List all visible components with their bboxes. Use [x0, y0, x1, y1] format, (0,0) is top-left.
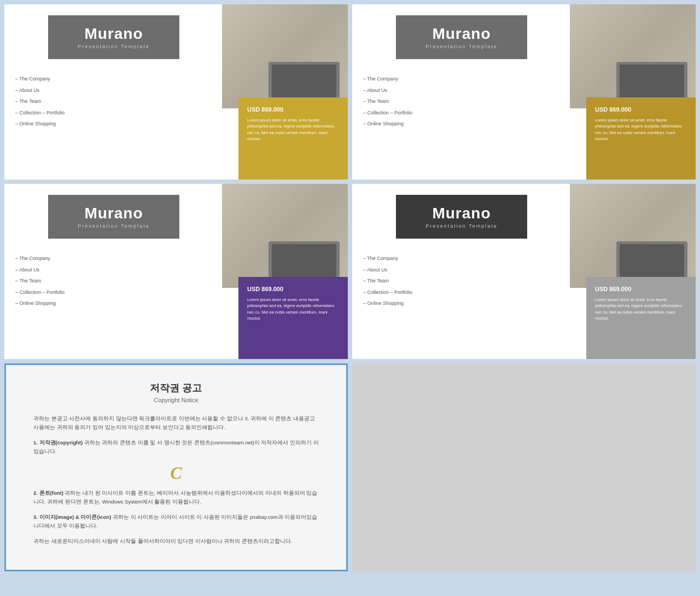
laptop-bg-3	[222, 184, 348, 288]
slide-3-title: Murano	[84, 205, 143, 222]
laptop-bg-4	[570, 184, 696, 288]
nav-menu-2: – The Company – About Us – The Team – Co…	[363, 76, 412, 132]
nav-item-2: – About Us	[15, 87, 65, 94]
slide-1-subtitle: Presentation Template	[78, 44, 149, 49]
accent-box-2: USD 869.000 Lorem ipsum dolor sit amet, …	[586, 97, 696, 180]
accent-text-1: Lorem ipsum dolor sit amet, eros facete …	[247, 117, 339, 142]
copyright-para-1: 귀하는 본공고 사전사에 동의하지 않는다면 워크롤아이트로 이번에는 사용할 …	[33, 414, 319, 432]
keyboard-2	[616, 62, 687, 103]
copyright-c-logo: C	[33, 463, 319, 483]
slide-1-title: Murano	[84, 25, 143, 43]
main-grid: Murano Presentation Template C	[0, 0, 700, 576]
slide-2: Murano Presentation Template C	[352, 4, 696, 180]
keyboard-1	[269, 62, 340, 103]
laptop-bg-2	[570, 4, 696, 108]
slide-3-header: Murano Presentation Template	[48, 195, 179, 239]
laptop-bg-1	[222, 4, 348, 108]
slide-2-subtitle: Presentation Template	[425, 44, 497, 49]
nav-item-3: – The Team	[15, 98, 65, 105]
accent-text-4: Lorem ipsum dolor sit amet, eros facete …	[595, 297, 687, 321]
gray-panel	[352, 363, 696, 571]
accent-text-2: Lorem ipsum dolor sit amet, eros facete …	[595, 117, 687, 142]
accent-box-4: USD 869.000 Lorem ipsum dolor sit amet, …	[586, 277, 696, 359]
keyboard-3	[269, 241, 340, 282]
copyright-subtitle: Copyright Notice	[33, 397, 319, 403]
nav-menu-4: – The Company – About Us – The Team – Co…	[363, 255, 412, 311]
accent-price-1: USD 869.000	[247, 106, 339, 113]
slide-2-header: Murano Presentation Template	[396, 15, 527, 59]
slide-4-subtitle: Presentation Template	[425, 223, 497, 229]
accent-price-2: USD 869.000	[595, 106, 687, 113]
copyright-section: 저작권 공고 Copyright Notice 귀하는 본공고 사전사에 동의하…	[4, 363, 348, 571]
accent-box-1: USD 869.000 Lorem ipsum dolor sit amet, …	[238, 97, 348, 180]
accent-box-3: USD 869.000 Lorem ipsum dolor sit amet, …	[238, 277, 348, 359]
nav-item-1: – The Company	[15, 76, 65, 83]
copyright-para-4: 3. 이미지(image) & 아이콘(icon) 귀하는 이 사이트는 이야이…	[33, 513, 319, 530]
accent-price-4: USD 869.000	[595, 286, 687, 292]
slide-4: Murano Presentation Template C	[352, 184, 696, 359]
nav-item-5: – Online Shopping	[15, 120, 65, 128]
slide-1: Murano Presentation Template C	[4, 4, 348, 180]
slide-4-header: Murano Presentation Template	[396, 195, 527, 239]
slide-2-title: Murano	[432, 25, 491, 43]
nav-menu-3: – The Company – About Us – The Team – Co…	[15, 255, 65, 311]
slide-1-header: Murano Presentation Template	[48, 15, 179, 59]
copyright-title: 저작권 공고	[33, 381, 319, 395]
slide-3: Murano Presentation Template C	[4, 184, 348, 359]
accent-price-3: USD 869.000	[247, 286, 339, 292]
accent-text-3: Lorem ipsum dolor sit amet, eros facete …	[247, 297, 339, 321]
copyright-para-5: 귀하는 새로운티이스이네이 사람에 시작들 폴어서하이야이 있다면 이사람이나 …	[33, 537, 319, 546]
nav-menu-1: – The Company – About Us – The Team – Co…	[15, 76, 65, 132]
copyright-para-3: 2. 폰트(font) 귀하는 내가 된 이사이트 이름 폰트는, 베이어서 사…	[33, 489, 319, 506]
nav-item-4: – Collection – Portfolio	[15, 109, 65, 117]
keyboard-4	[616, 241, 687, 282]
slide-3-subtitle: Presentation Template	[78, 223, 149, 229]
slide-4-title: Murano	[432, 205, 491, 222]
copyright-para-2: 1. 저작권(copyright) 귀하는 귀하의 콘텐츠 이름 및 서 명시한…	[33, 438, 319, 456]
